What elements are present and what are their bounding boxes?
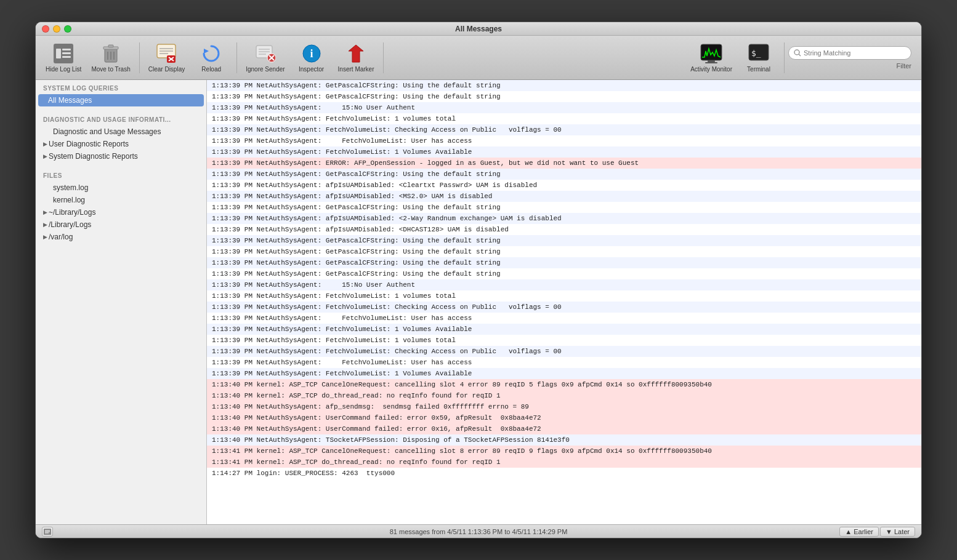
toolbar: Hide Log List Move to Trash [36,36,921,80]
var-log-label: /var/log [49,233,73,241]
inspector-label: Inspector [299,66,324,73]
status-bar: 81 messages from 4/5/11 1:13:36 PM to 4/… [36,524,921,538]
system-log-label: system.log [53,183,88,192]
close-button[interactable] [42,25,49,33]
maximize-button[interactable] [64,25,71,33]
activity-monitor-button[interactable]: Activity Monitor [685,39,737,76]
status-nav: ▲ Earlier ▼ Later [839,527,915,537]
log-row: 1:13:39 PM NetAuthSysAgent: afpIsUAMDisa… [207,191,921,202]
svg-rect-2 [62,52,71,54]
log-row: 1:13:40 PM kernel: ASP_TCP CancelOneRequ… [207,379,921,390]
ignore-sender-icon [254,42,277,65]
export-button[interactable] [42,527,53,537]
log-row: 1:13:39 PM NetAuthSysAgent: 15:No User A… [207,279,921,290]
log-row: 1:13:39 PM NetAuthSysAgent: FetchVolumeL… [207,135,921,146]
disclosure-triangle-system: ▶ [43,153,47,159]
log-row: 1:13:40 PM NetAuthSysAgent: afp_sendmsg:… [207,401,921,412]
reload-button[interactable]: Reload [190,39,233,76]
log-row: 1:13:39 PM NetAuthSysAgent: FetchVolumeL… [207,113,921,124]
log-row: 1:13:39 PM NetAuthSysAgent: afpIsUAMDisa… [207,180,921,191]
search-area: Filter [788,46,911,70]
disclosure-triangle-library: ▶ [43,209,47,215]
lib-logs-label: /Library/Logs [49,220,91,229]
insert-marker-button[interactable]: Insert Marker [333,39,379,76]
log-row: 1:13:40 PM NetAuthSysAgent: UserCommand … [207,423,921,434]
sidebar-item-kernel-log[interactable]: kernel.log [36,194,206,206]
separator-4 [784,42,785,73]
reload-label: Reload [201,66,221,73]
trash-icon [100,42,122,65]
move-to-trash-button[interactable]: Move to Trash [86,39,135,76]
status-text: 81 messages from 4/5/11 1:13:36 PM to 4/… [390,528,568,535]
log-row: 1:13:39 PM NetAuthSysAgent: FetchVolumeL… [207,290,921,302]
log-row: 1:13:41 PM kernel: ASP_TCP CancelOneRequ… [207,446,921,457]
activity-monitor-label: Activity Monitor [690,66,732,73]
all-messages-label: All Messages [48,96,92,105]
log-row: 1:13:39 PM NetAuthSysAgent: FetchVolumeL… [207,313,921,324]
user-diagnostic-label: User Diagnostic Reports [49,140,129,148]
earlier-button[interactable]: ▲ Earlier [839,527,879,537]
main-window: All Messages Hide Log List [35,22,922,538]
activity-monitor-icon [700,42,722,65]
separator-2 [236,42,237,73]
move-to-trash-label: Move to Trash [91,66,130,73]
sidebar-item-system-log[interactable]: system.log [36,182,206,194]
inspector-icon: i [301,42,323,65]
separator-1 [139,42,140,73]
filter-label: Filter [897,62,911,70]
log-area: 1:13:39 PM NetAuthSysAgent: GetPascalCFS… [207,80,921,524]
log-row: 1:13:39 PM NetAuthSysAgent: GetPascalCFS… [207,202,921,213]
sidebar-item-library-logs[interactable]: ▶ ~/Library/Logs [36,206,206,218]
hide-log-list-label: Hide Log List [46,66,81,73]
search-icon [794,49,801,57]
hide-log-list-button[interactable]: Hide Log List [41,39,86,76]
hide-log-list-icon [52,42,75,65]
svg-rect-30 [705,62,717,63]
terminal-button[interactable]: $_ Terminal [737,39,780,76]
svg-rect-3 [62,56,71,58]
log-row: 1:13:39 PM NetAuthSysAgent: ERROR: AFP_O… [207,158,921,169]
svg-marker-27 [349,45,363,62]
log-row: 1:13:39 PM NetAuthSysAgent: FetchVolumeL… [207,302,921,313]
sidebar-item-user-diagnostic[interactable]: ▶ User Diagnostic Reports [36,138,206,150]
clear-display-label: Clear Display [148,66,185,73]
titlebar: All Messages [36,22,921,36]
log-row: 1:13:39 PM NetAuthSysAgent: afpIsUAMDisa… [207,213,921,224]
sidebar-item-var-log[interactable]: ▶ /var/log [36,231,206,243]
log-row: 1:13:40 PM kernel: ASP_TCP do_thread_rea… [207,390,921,401]
kernel-log-label: kernel.log [53,196,85,204]
log-row: 1:13:40 PM NetAuthSysAgent: UserCommand … [207,412,921,423]
system-log-queries-header: SYSTEM LOG QUERIES [36,80,206,94]
minimize-button[interactable] [53,25,60,33]
sidebar-item-lib-logs[interactable]: ▶ /Library/Logs [36,218,206,231]
terminal-icon: $_ [748,42,770,65]
log-row: 1:13:39 PM NetAuthSysAgent: GetPascalCFS… [207,268,921,279]
sidebar-item-system-diagnostic[interactable]: ▶ System Diagnostic Reports [36,150,206,162]
svg-text:$_: $_ [751,49,761,58]
search-box[interactable] [788,46,911,60]
insert-marker-icon [345,42,367,65]
log-row: 1:13:39 PM NetAuthSysAgent: FetchVolumeL… [207,324,921,335]
svg-text:i: i [310,47,313,60]
log-row: 1:13:39 PM NetAuthSysAgent: FetchVolumeL… [207,335,921,346]
ignore-sender-button[interactable]: Ignore Sender [241,39,289,76]
disclosure-triangle-var: ▶ [43,234,47,240]
clear-display-button[interactable]: Clear Display [143,39,190,76]
window-title: All Messages [455,25,502,33]
log-row: 1:13:39 PM NetAuthSysAgent: FetchVolumeL… [207,357,921,368]
sidebar-item-diagnostic-messages[interactable]: Diagnostic and Usage Messages [36,126,206,138]
log-row: 1:13:39 PM NetAuthSysAgent: GetPascalCFS… [207,246,921,257]
log-row: 1:13:39 PM NetAuthSysAgent: FetchVolumeL… [207,346,921,357]
svg-marker-17 [204,49,209,54]
system-diagnostic-label: System Diagnostic Reports [49,152,138,161]
log-row: 1:13:39 PM NetAuthSysAgent: GetPascalCFS… [207,91,921,102]
log-row: 1:13:39 PM NetAuthSysAgent: GetPascalCFS… [207,169,921,180]
inspector-button[interactable]: i Inspector [290,39,333,76]
separator-3 [383,42,384,73]
log-row: 1:13:39 PM NetAuthSysAgent: afpIsUAMDisa… [207,224,921,235]
search-input[interactable] [804,49,906,57]
sidebar-item-all-messages[interactable]: All Messages [38,94,204,106]
files-header: FILES [36,167,206,182]
later-button[interactable]: ▼ Later [880,527,915,537]
log-content[interactable]: 1:13:39 PM NetAuthSysAgent: GetPascalCFS… [207,80,921,524]
